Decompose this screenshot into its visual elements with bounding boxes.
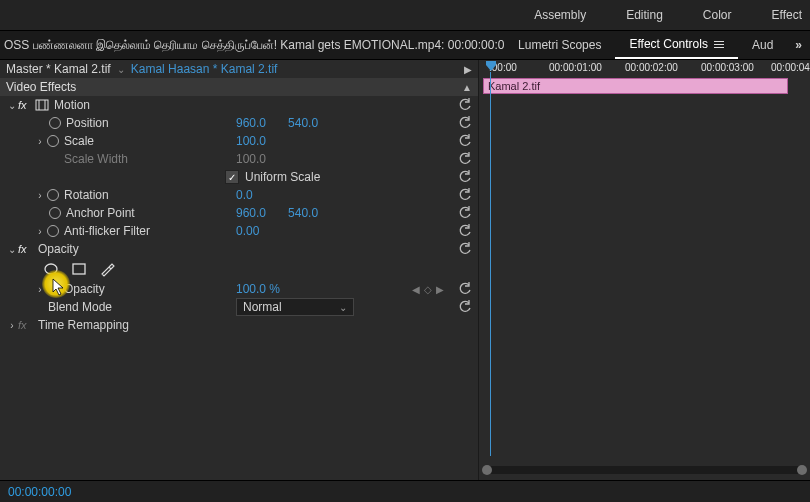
panel-menu-icon[interactable] [714, 41, 724, 48]
fx-badge-icon[interactable]: fx [18, 99, 34, 111]
rectangle-mask-icon[interactable] [70, 260, 88, 278]
panel-tab-label: Effect Controls [629, 37, 707, 51]
stopwatch-icon [46, 152, 60, 166]
fx-badge-icon[interactable]: fx [18, 243, 34, 255]
effect-controls-timeline: :00:00 00:00:01:00 00:00:02:00 00:00:03:… [478, 60, 810, 480]
stopwatch-icon[interactable] [46, 134, 60, 148]
effect-opacity[interactable]: ⌄ fx Opacity [0, 240, 478, 258]
blend-mode-value: Normal [243, 300, 282, 314]
scroll-handle-right[interactable] [797, 465, 807, 475]
twirl-right-icon[interactable]: › [34, 136, 46, 147]
opacity-value[interactable]: 100.0 % [236, 282, 280, 296]
reset-icon[interactable] [458, 224, 472, 238]
effect-time-remapping[interactable]: › fx Time Remapping [0, 316, 478, 334]
opacity-label: Opacity [64, 282, 105, 296]
add-keyframe-icon[interactable]: ◇ [424, 284, 432, 295]
opacity-title-label: Opacity [38, 242, 79, 256]
position-y-value[interactable]: 540.0 [288, 116, 318, 130]
uniform-scale-label: Uniform Scale [245, 170, 320, 184]
stopwatch-icon[interactable] [48, 206, 62, 220]
antiflicker-label: Anti-flicker Filter [64, 224, 150, 238]
collapse-section-icon[interactable]: ▲ [462, 82, 472, 93]
panel-tab-lumetri[interactable]: Lumetri Scopes [504, 31, 615, 59]
workspace-editing[interactable]: Editing [606, 1, 683, 30]
scroll-handle-left[interactable] [482, 465, 492, 475]
property-position: Position 960.0 540.0 [0, 114, 478, 132]
stopwatch-icon[interactable] [46, 282, 60, 296]
reset-icon[interactable] [458, 98, 472, 112]
effect-controls-main: Master * Kamal 2.tif ⌄ Kamal Haasan * Ka… [0, 60, 810, 480]
position-x-value[interactable]: 960.0 [236, 116, 266, 130]
fx-badge-icon[interactable]: fx [18, 319, 34, 331]
ellipse-mask-icon[interactable] [42, 260, 60, 278]
scale-width-value: 100.0 [236, 152, 266, 166]
antiflicker-value[interactable]: 0.00 [236, 224, 259, 238]
rotation-value[interactable]: 0.0 [236, 188, 253, 202]
workspace-effects[interactable]: Effect [752, 1, 808, 30]
clip-bar[interactable]: Kamal 2.tif [483, 78, 788, 94]
section-label: Video Effects [6, 80, 76, 94]
reset-icon[interactable] [458, 170, 472, 184]
workspace-color[interactable]: Color [683, 1, 752, 30]
twirl-right-icon[interactable]: › [34, 226, 46, 237]
reset-icon[interactable] [458, 152, 472, 166]
stopwatch-icon[interactable] [46, 188, 60, 202]
reset-icon[interactable] [458, 206, 472, 220]
playhead-line [490, 72, 491, 456]
play-icon[interactable]: ▶ [464, 64, 472, 75]
anchor-x-value[interactable]: 960.0 [236, 206, 266, 220]
reset-icon[interactable] [458, 134, 472, 148]
blend-mode-select[interactable]: Normal ⌄ [236, 298, 354, 316]
transform-box-icon[interactable] [34, 99, 50, 111]
mask-tool-row [0, 258, 478, 280]
property-scale: › Scale 100.0 [0, 132, 478, 150]
position-label: Position [66, 116, 109, 130]
reset-icon[interactable] [458, 242, 472, 256]
keyframe-nav: ◀ ◇ ▶ [412, 284, 444, 295]
property-scale-width: › Scale Width 100.0 [0, 150, 478, 168]
reset-icon[interactable] [458, 282, 472, 296]
timecode-display[interactable]: 00:00:00:00 [8, 485, 71, 499]
stopwatch-icon[interactable] [48, 116, 62, 130]
scale-width-label: Scale Width [64, 152, 128, 166]
panel-header: OSS பண்ணலனா இதெல்லாம் தெரியாம செத்திருப்… [0, 30, 810, 60]
ruler-tick: 00:00:02:00 [625, 62, 678, 73]
property-anchor-point: Anchor Point 960.0 540.0 [0, 204, 478, 222]
property-uniform-scale: ✓ Uniform Scale [0, 168, 478, 186]
anchor-y-value[interactable]: 540.0 [288, 206, 318, 220]
twirl-right-icon[interactable]: › [34, 190, 46, 201]
footer-bar: 00:00:00:00 [0, 480, 810, 502]
reset-icon[interactable] [458, 116, 472, 130]
svg-rect-4 [73, 264, 85, 274]
time-remapping-label: Time Remapping [38, 318, 129, 332]
panel-tab-audio[interactable]: Aud [738, 31, 787, 59]
rotation-label: Rotation [64, 188, 109, 202]
panel-tab-effect-controls[interactable]: Effect Controls [615, 31, 737, 59]
stopwatch-icon[interactable] [46, 224, 60, 238]
workspace-assembly[interactable]: Assembly [514, 1, 606, 30]
effect-motion[interactable]: ⌄ fx Motion [0, 96, 478, 114]
panel-overflow-icon[interactable]: » [787, 38, 810, 52]
sequence-clip-link[interactable]: Kamal Haasan * Kamal 2.tif [131, 62, 278, 76]
reset-icon[interactable] [458, 188, 472, 202]
scale-value[interactable]: 100.0 [236, 134, 266, 148]
pen-mask-icon[interactable] [98, 260, 116, 278]
twirl-down-icon[interactable]: ⌄ [6, 100, 18, 111]
time-ruler[interactable]: :00:00 00:00:01:00 00:00:02:00 00:00:03:… [479, 60, 810, 78]
property-opacity: › Opacity 100.0 % ◀ ◇ ▶ [0, 280, 478, 298]
reset-icon[interactable] [458, 300, 472, 314]
uniform-scale-checkbox[interactable]: ✓ [225, 170, 239, 184]
ruler-tick: 00:00:01:00 [549, 62, 602, 73]
twirl-right-icon[interactable]: › [34, 284, 46, 295]
twirl-down-icon[interactable]: ⌄ [6, 244, 18, 255]
playhead-icon[interactable] [485, 60, 497, 72]
blend-mode-label: Blend Mode [48, 300, 112, 314]
zoom-scrollbar[interactable] [483, 466, 806, 474]
property-rotation: › Rotation 0.0 [0, 186, 478, 204]
clip-path-row: Master * Kamal 2.tif ⌄ Kamal Haasan * Ka… [0, 60, 478, 78]
twirl-right-icon[interactable]: › [6, 320, 18, 331]
chevron-down-icon[interactable]: ⌄ [117, 64, 125, 75]
prev-keyframe-icon[interactable]: ◀ [412, 284, 420, 295]
next-keyframe-icon[interactable]: ▶ [436, 284, 444, 295]
workspace-tab-bar: Assembly Editing Color Effect [0, 0, 810, 30]
